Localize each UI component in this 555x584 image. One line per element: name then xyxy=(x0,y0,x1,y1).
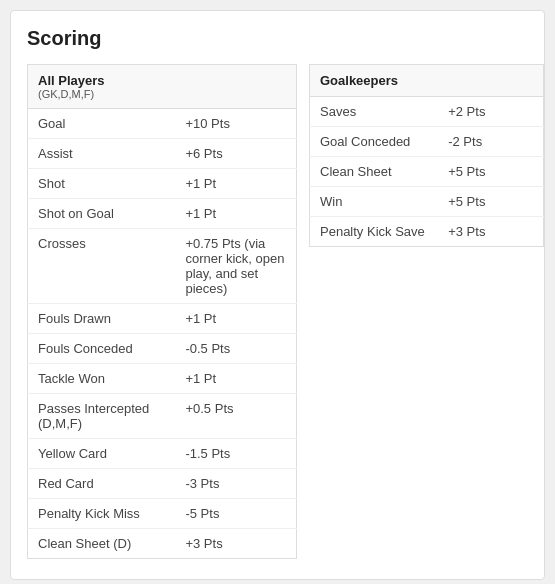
table-row: Win +5 Pts xyxy=(310,187,544,217)
tables-container: All Players (GK,D,M,F) Goal +10 Pts Assi… xyxy=(27,64,528,559)
row-value: -3 Pts xyxy=(175,469,296,499)
table-row: Penalty Kick Save +3 Pts xyxy=(310,217,544,247)
table-row: Shot +1 Pt xyxy=(28,169,297,199)
table-row: Clean Sheet +5 Pts xyxy=(310,157,544,187)
row-value: +10 Pts xyxy=(175,109,296,139)
row-value: -1.5 Pts xyxy=(175,439,296,469)
table-row: Clean Sheet (D) +3 Pts xyxy=(28,529,297,559)
table-row: Passes Intercepted (D,M,F) +0.5 Pts xyxy=(28,394,297,439)
row-value: +2 Pts xyxy=(438,97,543,127)
table-row: Red Card -3 Pts xyxy=(28,469,297,499)
row-label: Goal xyxy=(28,109,176,139)
table-row: Goal +10 Pts xyxy=(28,109,297,139)
row-value: +1 Pt xyxy=(175,169,296,199)
table-row: Shot on Goal +1 Pt xyxy=(28,199,297,229)
row-value: +3 Pts xyxy=(175,529,296,559)
row-value: +6 Pts xyxy=(175,139,296,169)
all-players-header: All Players (GK,D,M,F) xyxy=(28,65,297,109)
table-row: Tackle Won +1 Pt xyxy=(28,364,297,394)
goalkeepers-header: Goalkeepers xyxy=(310,65,544,97)
row-label: Goal Conceded xyxy=(310,127,439,157)
row-value: +3 Pts xyxy=(438,217,543,247)
scoring-card: Scoring All Players (GK,D,M,F) Goal +10 … xyxy=(10,10,545,580)
table-row: Fouls Drawn +1 Pt xyxy=(28,304,297,334)
page-title: Scoring xyxy=(27,27,528,50)
row-value: +1 Pt xyxy=(175,304,296,334)
table-row: Penalty Kick Miss -5 Pts xyxy=(28,499,297,529)
row-label: Clean Sheet xyxy=(310,157,439,187)
row-label: Crosses xyxy=(28,229,176,304)
row-label: Fouls Drawn xyxy=(28,304,176,334)
row-label: Tackle Won xyxy=(28,364,176,394)
table-row: Goal Conceded -2 Pts xyxy=(310,127,544,157)
row-value: +1 Pt xyxy=(175,199,296,229)
row-label: Shot on Goal xyxy=(28,199,176,229)
row-value: +5 Pts xyxy=(438,157,543,187)
row-value: +1 Pt xyxy=(175,364,296,394)
row-value: -0.5 Pts xyxy=(175,334,296,364)
row-label: Fouls Conceded xyxy=(28,334,176,364)
row-value: -2 Pts xyxy=(438,127,543,157)
row-label: Yellow Card xyxy=(28,439,176,469)
table-row: Assist +6 Pts xyxy=(28,139,297,169)
goalkeepers-table: Goalkeepers Saves +2 Pts Goal Conceded -… xyxy=(309,64,544,247)
row-value: +0.75 Pts (via corner kick, open play, a… xyxy=(175,229,296,304)
row-label: Shot xyxy=(28,169,176,199)
row-label: Saves xyxy=(310,97,439,127)
row-label: Penalty Kick Save xyxy=(310,217,439,247)
table-row: Fouls Conceded -0.5 Pts xyxy=(28,334,297,364)
row-label: Assist xyxy=(28,139,176,169)
row-label: Win xyxy=(310,187,439,217)
row-value: +5 Pts xyxy=(438,187,543,217)
row-value: -5 Pts xyxy=(175,499,296,529)
row-label: Clean Sheet (D) xyxy=(28,529,176,559)
row-label: Passes Intercepted (D,M,F) xyxy=(28,394,176,439)
row-label: Red Card xyxy=(28,469,176,499)
table-row: Crosses +0.75 Pts (via corner kick, open… xyxy=(28,229,297,304)
row-value: +0.5 Pts xyxy=(175,394,296,439)
table-row: Yellow Card -1.5 Pts xyxy=(28,439,297,469)
all-players-table: All Players (GK,D,M,F) Goal +10 Pts Assi… xyxy=(27,64,297,559)
table-row: Saves +2 Pts xyxy=(310,97,544,127)
row-label: Penalty Kick Miss xyxy=(28,499,176,529)
